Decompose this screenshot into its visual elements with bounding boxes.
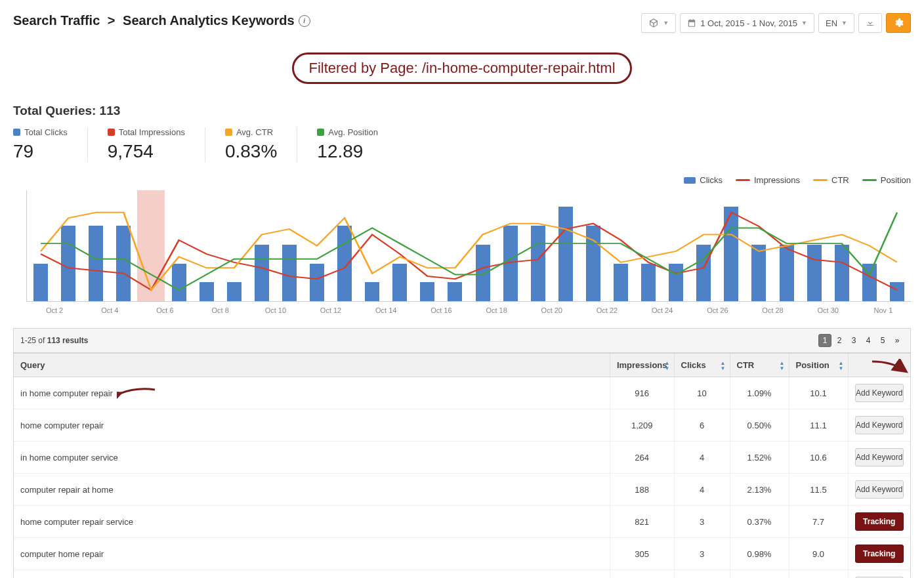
- query-cell[interactable]: home computer repair service: [14, 506, 610, 538]
- action-cell: Tracking: [848, 506, 910, 538]
- sort-arrows-icon[interactable]: ▲▼: [721, 360, 726, 370]
- clicks-label: Total Clicks: [24, 127, 68, 137]
- query-cell[interactable]: home computer repair: [14, 409, 610, 442]
- table-row: home computer repair service82130.37%7.7…: [14, 506, 910, 538]
- impressions-cell: 821: [610, 506, 674, 538]
- page-link[interactable]: 2: [833, 334, 846, 347]
- x-tick-label: Oct 22: [579, 306, 635, 314]
- tracking-badge[interactable]: Tracking: [855, 545, 904, 563]
- ctr-cell: 0.98%: [730, 538, 789, 570]
- x-tick-label: Oct 30: [801, 306, 856, 314]
- query-cell[interactable]: computer home repair: [14, 538, 610, 570]
- cube-dropdown-button[interactable]: ▼: [641, 13, 676, 33]
- clicks-cell: 3: [674, 506, 730, 538]
- clicks-cell: 2: [674, 570, 730, 579]
- sort-arrows-icon[interactable]: ▲▼: [839, 360, 844, 370]
- action-cell: Add Keyword: [848, 409, 910, 442]
- language-button[interactable]: EN ▼: [818, 13, 854, 33]
- col-impressions[interactable]: Impressions▲▼: [610, 354, 674, 377]
- action-cell: Add Keyword: [848, 474, 910, 506]
- query-cell[interactable]: computer repair at home: [14, 474, 610, 506]
- impressions-value: 9,754: [108, 141, 185, 162]
- page-next[interactable]: »: [891, 334, 904, 347]
- position-cell: 11.1: [789, 409, 848, 442]
- x-tick-label: Oct 20: [524, 306, 579, 314]
- download-icon: [866, 18, 875, 28]
- legend-ctr[interactable]: CTR: [813, 175, 849, 185]
- ctr-cell: 2.13%: [730, 474, 789, 506]
- query-cell[interactable]: home pc repair: [14, 570, 610, 579]
- x-tick-label: Oct 2: [27, 306, 82, 314]
- action-cell: Tracking: [848, 538, 910, 570]
- cube-icon: [648, 18, 659, 28]
- impressions-cell: 916: [610, 377, 674, 409]
- settings-button[interactable]: [886, 13, 911, 33]
- col-clicks[interactable]: Clicks▲▼: [674, 354, 730, 377]
- date-range-label: 1 Oct, 2015 - 1 Nov, 2015: [700, 18, 797, 28]
- impressions-label: Total Impressions: [119, 127, 185, 137]
- legend-impressions[interactable]: Impressions: [736, 175, 800, 185]
- query-cell[interactable]: in home computer repair: [14, 377, 610, 409]
- x-tick-label: Oct 8: [193, 306, 248, 314]
- position-value: 12.89: [317, 141, 378, 162]
- chart-legend: Clicks Impressions CTR Position: [13, 175, 911, 185]
- ctr-cell: 1.52%: [730, 442, 789, 474]
- ctr-cell: 1.09%: [730, 377, 789, 409]
- x-tick-label: Oct 14: [358, 306, 413, 314]
- date-range-button[interactable]: 1 Oct, 2015 - 1 Nov, 2015 ▼: [680, 13, 814, 33]
- x-tick-label: Oct 18: [469, 306, 524, 314]
- col-position[interactable]: Position▲▼: [789, 354, 848, 377]
- add-keyword-button[interactable]: Add Keyword: [855, 416, 904, 434]
- action-cell: Add Keyword: [848, 442, 910, 474]
- add-keyword-button[interactable]: Add Keyword: [855, 384, 904, 402]
- query-cell[interactable]: in home computer service: [14, 442, 610, 474]
- tracking-badge[interactable]: Tracking: [855, 512, 904, 531]
- sort-arrows-icon[interactable]: ▲▼: [780, 360, 785, 370]
- x-tick-label: Oct 28: [745, 306, 800, 314]
- breadcrumb-root[interactable]: Search Traffic: [13, 13, 100, 28]
- analytics-chart[interactable]: Oct 2Oct 4Oct 6Oct 8Oct 10Oct 12Oct 14Oc…: [26, 190, 911, 302]
- add-keyword-button[interactable]: Add Keyword: [855, 480, 904, 499]
- position-label: Avg. Position: [328, 127, 378, 137]
- col-action: [848, 354, 910, 377]
- ctr-cell: 0.75%: [730, 570, 789, 579]
- ctr-value: 0.83%: [225, 141, 277, 162]
- summary-title: Total Queries: 113: [13, 104, 911, 118]
- add-keyword-button[interactable]: Add Keyword: [855, 448, 904, 466]
- download-button[interactable]: [858, 13, 882, 33]
- clicks-value: 79: [13, 141, 68, 162]
- gear-icon: [893, 18, 904, 28]
- x-tick-label: Oct 24: [635, 306, 690, 314]
- action-cell: Add Keyword: [848, 377, 910, 409]
- impressions-cell: 264: [610, 442, 674, 474]
- page-link[interactable]: 1: [818, 334, 831, 347]
- legend-clicks[interactable]: Clicks: [684, 175, 723, 185]
- x-tick-label: Oct 10: [248, 306, 303, 314]
- breadcrumb: Search Traffic > Search Analytics Keywor…: [13, 13, 310, 28]
- col-ctr[interactable]: CTR▲▼: [730, 354, 789, 377]
- impressions-cell: 1,209: [610, 409, 674, 442]
- page-link[interactable]: 5: [876, 334, 889, 347]
- ctr-swatch-icon: [225, 129, 232, 136]
- impressions-cell: 268: [610, 570, 674, 579]
- sort-arrows-icon[interactable]: ▲▼: [665, 360, 670, 370]
- ctr-cell: 0.37%: [730, 506, 789, 538]
- table-row: computer home repair30530.98%9.0Tracking: [14, 538, 910, 570]
- pagination: 12345»: [818, 334, 904, 347]
- impressions-cell: 188: [610, 474, 674, 506]
- table-row: computer repair at home18842.13%11.5Add …: [14, 474, 910, 506]
- position-cell: 10.6: [789, 442, 848, 474]
- position-cell: 11.2: [789, 570, 848, 579]
- x-tick-label: Oct 6: [137, 306, 192, 314]
- x-tick-label: Oct 4: [82, 306, 137, 314]
- info-icon[interactable]: i: [299, 15, 310, 27]
- position-cell: 10.1: [789, 377, 848, 409]
- legend-position[interactable]: Position: [862, 175, 911, 185]
- table-row: home pc repair26820.75%11.2Add Keyword: [14, 570, 910, 579]
- header-toolbar: ▼ 1 Oct, 2015 - 1 Nov, 2015 ▼ EN ▼: [641, 13, 911, 33]
- clicks-swatch-icon: [13, 129, 20, 136]
- col-query[interactable]: Query: [14, 354, 610, 377]
- page-link[interactable]: 3: [847, 334, 860, 347]
- page-link[interactable]: 4: [862, 334, 875, 347]
- table-row: in home computer service26441.52%10.6Add…: [14, 442, 910, 474]
